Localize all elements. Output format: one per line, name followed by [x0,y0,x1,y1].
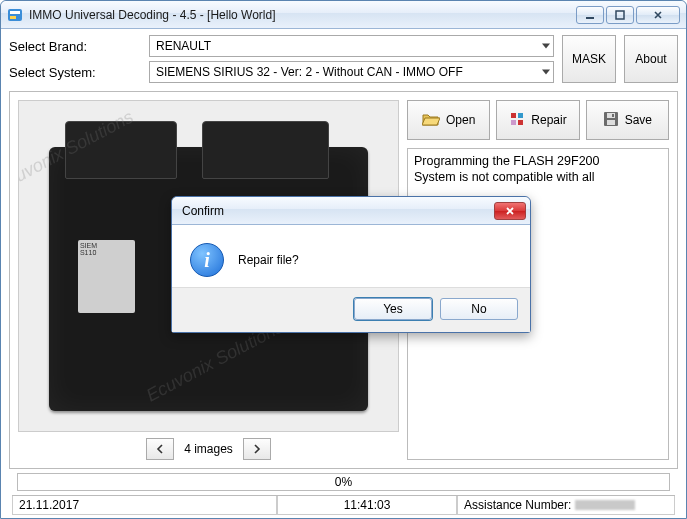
image-count: 4 images [184,442,233,456]
window-buttons [576,6,680,24]
save-icon [603,111,619,130]
save-label: Save [625,113,652,127]
svg-rect-6 [518,113,523,118]
ecu-label-sticker: SIEM S110 [78,240,135,314]
svg-rect-11 [607,120,615,125]
action-row: Open Repair Save [407,100,669,140]
titlebar: IMMO Universal Decoding - 4.5 - [Hello W… [1,1,686,29]
status-bar: 21.11.2017 11:41:03 Assistance Number: [12,495,675,515]
progress-text: 0% [335,475,352,489]
ecu-connector-graphic [202,121,329,179]
prev-image-button[interactable] [146,438,174,460]
dialog-title: Confirm [182,204,494,218]
selector-row: Select Brand: RENAULT Select System: SIE… [9,35,678,83]
confirm-dialog: Confirm i Repair file? Yes No [171,196,531,333]
ecu-label-line: SIEM [80,242,133,249]
svg-rect-12 [612,114,614,117]
next-image-button[interactable] [243,438,271,460]
svg-rect-5 [511,113,516,118]
chevron-down-icon [542,44,550,49]
dialog-body: i Repair file? [172,225,530,287]
assistance-number-redacted [575,500,635,510]
svg-rect-3 [586,17,594,19]
open-label: Open [446,113,475,127]
dialog-yes-button[interactable]: Yes [354,298,432,320]
svg-rect-4 [616,11,624,19]
dialog-message: Repair file? [238,253,299,267]
system-value: SIEMENS SIRIUS 32 - Ver: 2 - Without CAN… [156,65,463,79]
status-time: 11:41:03 [277,496,457,515]
log-line: Programming the FLASH 29F200 [414,153,662,169]
folder-open-icon [422,112,440,129]
main-window: IMMO Universal Decoding - 4.5 - [Hello W… [0,0,687,519]
progress-bar: 0% [17,473,670,491]
maximize-button[interactable] [606,6,634,24]
status-assistance: Assistance Number: [457,496,675,515]
image-nav: 4 images [18,438,399,460]
brand-label: Select Brand: [9,39,149,54]
repair-icon [509,111,525,130]
assistance-label: Assistance Number: [464,498,571,512]
mask-button[interactable]: MASK [562,35,616,83]
chevron-down-icon [542,70,550,75]
log-line: System is not compatible with all [414,169,662,185]
svg-rect-7 [511,120,516,125]
dialog-close-button[interactable] [494,202,526,220]
system-combo[interactable]: SIEMENS SIRIUS 32 - Ver: 2 - Without CAN… [149,61,554,83]
repair-label: Repair [531,113,566,127]
svg-rect-0 [8,9,22,21]
repair-button[interactable]: Repair [496,100,579,140]
info-icon: i [190,243,224,277]
window-title: IMMO Universal Decoding - 4.5 - [Hello W… [29,8,576,22]
dialog-footer: Yes No [172,287,530,332]
brand-line: Select Brand: RENAULT [9,35,554,57]
about-button[interactable]: About [624,35,678,83]
minimize-button[interactable] [576,6,604,24]
save-button[interactable]: Save [586,100,669,140]
brand-value: RENAULT [156,39,211,53]
svg-rect-8 [518,120,523,125]
close-button[interactable] [636,6,680,24]
ecu-label-line: S110 [80,249,133,256]
svg-rect-2 [10,16,16,19]
ecu-connector-graphic [65,121,176,179]
svg-rect-1 [10,11,20,14]
system-label: Select System: [9,65,149,80]
open-button[interactable]: Open [407,100,490,140]
selector-column: Select Brand: RENAULT Select System: SIE… [9,35,554,83]
dialog-titlebar: Confirm [172,197,530,225]
dialog-no-button[interactable]: No [440,298,518,320]
status-date: 21.11.2017 [12,496,277,515]
brand-combo[interactable]: RENAULT [149,35,554,57]
app-icon [7,7,23,23]
system-line: Select System: SIEMENS SIRIUS 32 - Ver: … [9,61,554,83]
